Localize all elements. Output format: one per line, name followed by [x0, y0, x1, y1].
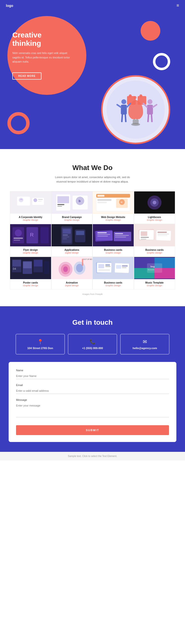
portfolio-item[interactable]: bsg Accounts Music Template Graphic Desi…	[134, 257, 175, 290]
portfolio-item[interactable]: ✉ Web Design Website Graphic Design	[93, 191, 134, 224]
item-sub: Graphic Design	[94, 252, 133, 254]
email-input[interactable]	[16, 388, 169, 394]
portfolio-item[interactable]: b Brand Campaign Graphic Design	[51, 191, 93, 224]
item-sub: Graphic Design	[94, 284, 133, 287]
svg-rect-28	[38, 201, 42, 202]
logo: logo	[6, 4, 13, 8]
svg-text:Accounts: Accounts	[147, 269, 154, 271]
get-in-touch-title: Get in touch	[8, 318, 177, 326]
contact-form: Name Email Message SUBMIT	[9, 362, 176, 442]
submit-button[interactable]: SUBMIT	[16, 425, 169, 435]
portfolio-info: Business cards Graphic Design	[93, 279, 134, 289]
email-icon: ✉	[126, 339, 164, 345]
message-textarea[interactable]	[16, 402, 169, 417]
item-sub: Graphic Design	[11, 284, 50, 287]
portfolio-item[interactable]: Business cards Graphic Design	[93, 224, 134, 257]
portfolio-item[interactable]: A Corporate Identity Graphic Design	[10, 191, 51, 224]
portfolio-item[interactable]: Business cards Graphic Design	[93, 257, 134, 290]
email-label: Email	[16, 384, 169, 386]
item-title: Business cards	[94, 248, 133, 252]
svg-rect-32	[57, 204, 64, 205]
name-input[interactable]	[16, 373, 169, 379]
email-form-group: Email	[16, 384, 169, 394]
svg-line-14	[122, 114, 122, 122]
read-more-button[interactable]: READ MORE	[12, 72, 42, 80]
svg-point-10	[121, 99, 126, 104]
svg-rect-96	[34, 260, 42, 266]
hero-section: Creative thinking Nibh venenatis cras se…	[0, 11, 185, 149]
svg-text:OUT OF BOX: OUT OF BOX	[83, 258, 92, 260]
contact-cards: 📍 104 Street 2765 Don 📞 +1 (555) 000-000…	[8, 334, 177, 354]
svg-rect-8	[138, 96, 146, 105]
svg-rect-117	[122, 267, 126, 268]
hero-body: Nibh venenatis cras sed felis eget velit…	[12, 51, 72, 64]
item-title: Flyer design	[11, 248, 50, 252]
svg-rect-111	[105, 264, 110, 266]
portfolio-item[interactable]: Applications Digital Design	[51, 224, 93, 257]
portfolio-info: A Corporate Identity Graphic Design	[10, 214, 51, 224]
svg-rect-23	[17, 197, 30, 206]
portfolio-item[interactable]: R Flyer design Graphic Design	[10, 224, 51, 257]
svg-rect-94	[23, 262, 32, 268]
svg-rect-9	[139, 94, 142, 97]
svg-rect-76	[115, 235, 129, 236]
svg-point-24	[19, 198, 24, 202]
name-form-group: Name	[16, 369, 169, 379]
svg-rect-73	[97, 236, 108, 236]
svg-point-49	[152, 201, 156, 204]
svg-rect-113	[98, 270, 110, 270]
portfolio-info: Applications Digital Design	[52, 246, 93, 256]
navbar: logo ≡	[0, 0, 185, 11]
svg-point-101	[63, 266, 68, 272]
what-we-do-section: What We Do Lorem ipsum dolor sit amet, c…	[0, 149, 185, 306]
portfolio-info: Web Design Website Graphic Design	[93, 214, 134, 224]
item-title: Business cards	[135, 248, 174, 252]
svg-rect-110	[98, 264, 104, 268]
svg-rect-17	[147, 105, 153, 114]
svg-rect-84	[141, 239, 146, 240]
svg-rect-64	[63, 238, 67, 239]
portfolio-item[interactable]: OUT OF BOX Animation Digital Design	[51, 257, 93, 290]
svg-rect-71	[97, 232, 107, 233]
portfolio-item[interactable]: Business cards Graphic Design	[134, 224, 175, 257]
svg-text:bsg: bsg	[150, 265, 155, 268]
item-sub: Graphic Design	[11, 219, 50, 221]
svg-text:b: b	[78, 199, 80, 203]
svg-rect-86	[157, 232, 167, 233]
svg-rect-61	[63, 229, 71, 234]
svg-rect-63	[63, 236, 69, 238]
portfolio-thumb: b	[52, 192, 93, 214]
svg-rect-40	[97, 195, 104, 197]
hamburger-icon[interactable]: ≡	[176, 3, 179, 8]
svg-line-15	[125, 114, 126, 122]
hero-illustration	[101, 75, 170, 144]
contact-card-address: 📍 104 Street 2765 Don	[16, 334, 65, 354]
hero-title: Creative thinking	[12, 31, 72, 48]
portfolio-item[interactable]: 04 Poster cards Graphic Design	[10, 257, 51, 290]
svg-point-52	[15, 230, 22, 236]
svg-line-21	[151, 114, 152, 122]
svg-rect-33	[57, 206, 62, 207]
svg-rect-22	[10, 192, 51, 213]
portfolio-info: Poster cards Graphic Design	[10, 279, 51, 289]
item-title: Music Template	[135, 281, 174, 284]
item-sub: Graphic Design	[135, 219, 174, 221]
svg-rect-53	[14, 238, 23, 239]
svg-rect-62	[63, 234, 68, 236]
phone-text: +1 (555) 000-000	[73, 347, 112, 350]
portfolio-item[interactable]: Lightboxes Graphic Design	[134, 191, 175, 224]
svg-text:R: R	[30, 232, 34, 238]
hero-content: Creative thinking Nibh venenatis cras se…	[0, 11, 84, 90]
name-label: Name	[16, 369, 169, 372]
location-icon: 📍	[21, 339, 59, 345]
svg-text:✉: ✉	[121, 201, 123, 204]
svg-rect-116	[122, 266, 128, 266]
footer-note: Sample text. Click to select the Text El…	[68, 455, 117, 458]
what-we-do-title: What We Do	[8, 164, 177, 172]
hero-ring-bottom	[8, 112, 30, 134]
portfolio-thumb: ✉	[93, 192, 134, 214]
svg-text:04: 04	[13, 267, 16, 270]
contact-card-email: ✉ hello@agency.com	[120, 334, 169, 354]
item-sub: Graphic Design	[53, 219, 92, 221]
hero-small-circle	[141, 21, 160, 41]
